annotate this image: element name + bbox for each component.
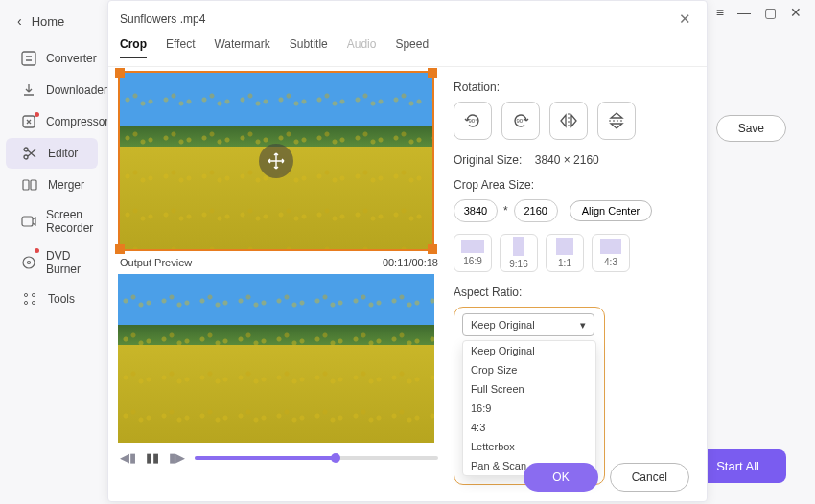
sidebar-item-label: Screen Recorder xyxy=(46,208,93,235)
play-controls: ◀▮ ▮▮ ▮▶ xyxy=(118,443,440,465)
close-icon[interactable]: ✕ xyxy=(675,9,695,30)
download-icon xyxy=(21,81,36,99)
aspect-option[interactable]: 4:3 xyxy=(463,418,595,437)
editor-tabs: Crop Effect Watermark Subtitle Audio Spe… xyxy=(108,34,707,67)
sidebar-item-converter[interactable]: Converter xyxy=(6,43,98,74)
converter-icon xyxy=(21,50,36,67)
output-preview xyxy=(118,274,434,443)
svg-rect-6 xyxy=(22,217,33,226)
merger-icon xyxy=(21,176,38,194)
sidebar-item-label: DVD Burner xyxy=(46,249,86,276)
recorder-icon xyxy=(21,213,36,230)
move-icon[interactable] xyxy=(259,144,293,178)
aspect-option[interactable]: 16:9 xyxy=(463,399,595,418)
preview-column: Output Preview 00:11/00:18 ◀▮ ▮▮ ▮▶ xyxy=(118,71,440,485)
ratio-4-3[interactable]: 4:3 xyxy=(592,234,630,272)
sidebar-item-dvd-burner[interactable]: DVD Burner xyxy=(6,242,98,283)
sidebar-item-editor[interactable]: Editor xyxy=(6,138,98,169)
aspect-option[interactable]: Letterbox xyxy=(463,437,595,456)
home-nav[interactable]: ‹ Home xyxy=(0,8,104,42)
next-frame-button[interactable]: ▮▶ xyxy=(169,450,185,465)
aspect-option[interactable]: Full Screen xyxy=(463,379,595,399)
crop-size-separator: * xyxy=(503,204,508,218)
aspect-ratio-dropdown: Keep Original Crop Size Full Screen 16:9… xyxy=(462,340,596,476)
svg-point-2 xyxy=(24,148,28,151)
disc-icon xyxy=(21,254,36,271)
aspect-option[interactable]: Crop Size xyxy=(463,360,595,379)
tools-icon xyxy=(21,290,38,308)
sidebar-item-label: Editor xyxy=(48,147,78,160)
svg-text:90°: 90° xyxy=(516,118,525,124)
scissors-icon xyxy=(21,145,38,162)
prev-frame-button[interactable]: ◀▮ xyxy=(120,450,136,465)
sidebar-item-label: Downloader xyxy=(46,83,107,97)
svg-rect-5 xyxy=(31,180,36,190)
ok-button[interactable]: OK xyxy=(524,463,597,492)
sidebar-item-tools[interactable]: Tools xyxy=(6,284,98,314)
original-size-label: Original Size: xyxy=(454,153,522,167)
aspect-ratio-selected: Keep Original xyxy=(471,319,535,331)
rotation-label: Rotation: xyxy=(454,80,697,94)
crop-handle-br[interactable] xyxy=(428,244,437,254)
flip-vertical-button[interactable] xyxy=(597,102,636,140)
crop-width-input[interactable] xyxy=(454,199,498,222)
svg-rect-0 xyxy=(22,52,35,65)
tab-speed[interactable]: Speed xyxy=(395,37,429,58)
svg-rect-4 xyxy=(23,180,29,190)
ratio-9-16[interactable]: 9:16 xyxy=(500,234,538,272)
chevron-down-icon: ▾ xyxy=(580,319,586,332)
flip-horizontal-button[interactable] xyxy=(549,102,588,140)
svg-point-8 xyxy=(28,262,31,264)
svg-point-12 xyxy=(32,301,35,304)
aspect-option[interactable]: Keep Original xyxy=(463,341,595,360)
notification-dot-icon xyxy=(35,248,39,253)
timeline-slider[interactable] xyxy=(195,456,438,460)
sidebar-item-label: Merger xyxy=(48,178,84,192)
ratio-16-9[interactable]: 16:9 xyxy=(454,234,492,272)
settings-column: Rotation: 90° 90° Original Size: 3840 × … xyxy=(454,71,697,485)
rotate-cw-button[interactable]: 90° xyxy=(501,102,540,140)
crop-height-input[interactable] xyxy=(514,199,558,222)
sidebar-item-label: Compressor xyxy=(46,115,108,128)
crop-canvas[interactable] xyxy=(118,71,434,251)
rotate-ccw-button[interactable]: 90° xyxy=(454,102,492,140)
home-label: Home xyxy=(32,14,65,29)
svg-point-7 xyxy=(23,257,35,268)
tab-subtitle[interactable]: Subtitle xyxy=(290,37,328,58)
crop-handle-tl[interactable] xyxy=(115,68,125,78)
timeline-thumb[interactable] xyxy=(331,453,340,463)
editor-modal: Sunflowers .mp4 ✕ Crop Effect Watermark … xyxy=(107,0,708,502)
cancel-button[interactable]: Cancel xyxy=(610,463,689,492)
svg-point-3 xyxy=(24,155,28,159)
crop-area-label: Crop Area Size: xyxy=(454,178,697,192)
sidebar-item-compressor[interactable]: Compressor xyxy=(6,106,98,137)
sidebar-item-merger[interactable]: Merger xyxy=(6,170,98,200)
tab-audio: Audio xyxy=(347,37,377,58)
aspect-ratio-label: Aspect Ratio: xyxy=(454,286,697,299)
tab-watermark[interactable]: Watermark xyxy=(214,37,269,58)
sidebar-item-label: Converter xyxy=(46,52,97,65)
ratio-1-1[interactable]: 1:1 xyxy=(546,234,584,272)
svg-text:90°: 90° xyxy=(468,118,477,124)
crop-handle-tr[interactable] xyxy=(428,68,437,78)
sidebar-item-screen-recorder[interactable]: Screen Recorder xyxy=(6,201,98,241)
output-preview-label: Output Preview xyxy=(120,257,192,268)
aspect-ratio-highlight: Keep Original ▾ Keep Original Crop Size … xyxy=(454,307,605,485)
tab-crop[interactable]: Crop xyxy=(120,37,147,58)
tab-effect[interactable]: Effect xyxy=(166,37,195,58)
svg-point-9 xyxy=(24,293,27,296)
original-size-value: 3840 × 2160 xyxy=(535,153,599,167)
svg-point-10 xyxy=(32,293,35,296)
sidebar: ‹ Home Converter Downloader Compressor E… xyxy=(0,0,104,504)
chevron-left-icon: ‹ xyxy=(17,13,22,29)
modal-title: Sunflowers .mp4 xyxy=(120,12,205,26)
crop-handle-bl[interactable] xyxy=(115,244,125,254)
notification-dot-icon xyxy=(35,112,39,117)
sidebar-item-downloader[interactable]: Downloader xyxy=(6,75,98,105)
pause-button[interactable]: ▮▮ xyxy=(146,450,159,465)
align-center-button[interactable]: Align Center xyxy=(570,200,653,221)
aspect-ratio-select[interactable]: Keep Original ▾ xyxy=(462,313,594,336)
svg-point-11 xyxy=(24,301,27,304)
save-button[interactable]: Save xyxy=(716,115,786,142)
timecode: 00:11/00:18 xyxy=(383,257,438,268)
